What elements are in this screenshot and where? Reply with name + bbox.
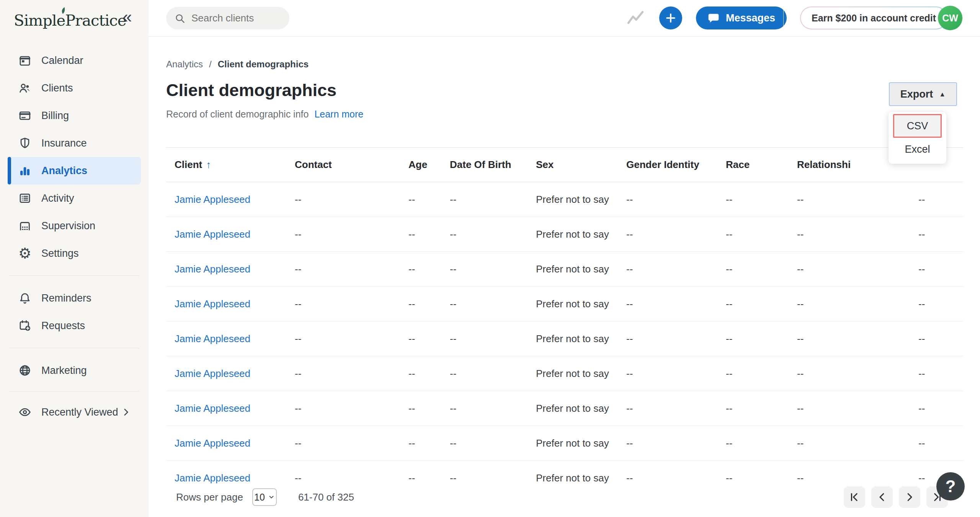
- sidebar-item-settings[interactable]: ⚙ Settings: [8, 240, 141, 267]
- client-cell: Jamie Appleseed: [166, 437, 295, 449]
- column-header-gender-identity[interactable]: Gender Identity: [626, 159, 726, 171]
- gender-identity-cell: --: [626, 298, 726, 310]
- export-menu-item-csv[interactable]: CSV: [893, 114, 942, 138]
- sidebar-item-label: Reminders: [41, 292, 91, 304]
- client-cell: Jamie Appleseed: [166, 194, 295, 205]
- export-label: Export: [900, 88, 933, 100]
- gear-icon: ⚙: [18, 246, 32, 261]
- client-cell: Jamie Appleseed: [166, 368, 295, 380]
- bell-icon: [18, 291, 32, 305]
- sidebar-item-billing[interactable]: Billing: [8, 102, 141, 129]
- client-cell: Jamie Appleseed: [166, 472, 295, 484]
- client-link[interactable]: Jamie Appleseed: [175, 403, 250, 414]
- extra-cell: --: [918, 403, 963, 414]
- age-cell: --: [408, 403, 450, 414]
- previous-page-button[interactable]: [871, 486, 893, 508]
- age-cell: --: [408, 194, 450, 205]
- topbar: Messages Earn $200 in account credit CW: [149, 0, 980, 37]
- create-new-button[interactable]: [659, 7, 682, 29]
- column-header-sex[interactable]: Sex: [536, 159, 626, 171]
- export-menu-item-excel[interactable]: Excel: [889, 138, 946, 161]
- contact-cell: --: [295, 368, 408, 380]
- help-button[interactable]: ?: [936, 472, 965, 501]
- table-row: Jamie Appleseed -- -- -- Prefer not to s…: [166, 252, 963, 287]
- sidebar-item-analytics[interactable]: Analytics: [8, 157, 141, 184]
- calendar-icon: [18, 53, 32, 68]
- client-search[interactable]: [166, 7, 289, 29]
- first-page-icon: [849, 491, 860, 503]
- sidebar: SimplePractice « Calendar Clients Billin…: [0, 0, 149, 517]
- client-cell: Jamie Appleseed: [166, 403, 295, 414]
- sex-cell: Prefer not to say: [536, 472, 626, 484]
- chevron-right-icon: [904, 491, 915, 503]
- age-cell: --: [408, 263, 450, 275]
- sidebar-item-activity[interactable]: Activity: [8, 184, 141, 212]
- sidebar-item-insurance[interactable]: Insurance: [8, 129, 141, 157]
- collapse-sidebar-icon[interactable]: «: [122, 8, 132, 25]
- sidebar-divider: [9, 348, 139, 348]
- race-cell: --: [726, 263, 797, 275]
- earn-credit-label: Earn $200 in account credit: [801, 7, 947, 29]
- search-input[interactable]: [191, 12, 281, 24]
- chevron-right-icon: [121, 407, 131, 417]
- avatar[interactable]: CW: [938, 6, 962, 30]
- sidebar-item-recently-viewed[interactable]: Recently Viewed: [8, 398, 141, 426]
- trend-icon[interactable]: [626, 9, 645, 27]
- column-header-client[interactable]: Client↑: [166, 159, 295, 171]
- race-cell: --: [726, 437, 797, 449]
- column-header-race[interactable]: Race: [726, 159, 797, 171]
- main-content: Analytics / Client demographics Client d…: [149, 37, 980, 517]
- subtitle-text: Record of client demographic info: [166, 109, 309, 119]
- client-link[interactable]: Jamie Appleseed: [175, 263, 250, 275]
- sidebar-item-supervision[interactable]: Supervision: [8, 212, 141, 240]
- contact-cell: --: [295, 263, 408, 275]
- client-link[interactable]: Jamie Appleseed: [175, 333, 250, 344]
- client-link[interactable]: Jamie Appleseed: [175, 368, 250, 379]
- sidebar-item-reminders[interactable]: Reminders: [8, 284, 141, 312]
- supervision-icon: [18, 219, 32, 233]
- client-link[interactable]: Jamie Appleseed: [175, 194, 250, 205]
- shield-icon: [18, 136, 32, 150]
- sidebar-item-label: Recently Viewed: [41, 406, 118, 418]
- messages-button[interactable]: Messages: [696, 7, 787, 29]
- contact-cell: --: [295, 437, 408, 449]
- column-header-age[interactable]: Age: [408, 159, 450, 171]
- gender-identity-cell: --: [626, 437, 726, 449]
- leaf-icon: [57, 5, 67, 15]
- race-cell: --: [726, 298, 797, 310]
- race-cell: --: [726, 368, 797, 380]
- sidebar-item-calendar[interactable]: Calendar: [8, 47, 141, 74]
- client-link[interactable]: Jamie Appleseed: [175, 228, 250, 240]
- sidebar-item-label: Marketing: [41, 365, 87, 377]
- race-cell: --: [726, 403, 797, 414]
- column-header-contact[interactable]: Contact: [295, 159, 408, 171]
- learn-more-link[interactable]: Learn more: [314, 109, 363, 119]
- client-link[interactable]: Jamie Appleseed: [175, 298, 250, 310]
- gender-identity-cell: --: [626, 263, 726, 275]
- first-page-button[interactable]: [844, 486, 865, 508]
- page-size-select[interactable]: 10: [252, 488, 277, 506]
- age-cell: --: [408, 298, 450, 310]
- dob-cell: --: [450, 368, 536, 380]
- breadcrumb-analytics[interactable]: Analytics: [166, 59, 203, 70]
- contact-cell: --: [295, 298, 408, 310]
- table-row: Jamie Appleseed -- -- -- Prefer not to s…: [166, 217, 963, 252]
- relationship-cell: --: [797, 298, 918, 310]
- client-link[interactable]: Jamie Appleseed: [175, 437, 250, 449]
- client-cell: Jamie Appleseed: [166, 333, 295, 345]
- next-page-button[interactable]: [899, 486, 920, 508]
- export-menu: CSV Excel: [889, 112, 946, 164]
- earn-credit-button[interactable]: Earn $200 in account credit: [800, 7, 947, 29]
- sidebar-item-label: Billing: [41, 110, 69, 122]
- column-header-dob[interactable]: Date Of Birth: [450, 159, 536, 171]
- sidebar-item-clients[interactable]: Clients: [8, 74, 141, 102]
- gender-identity-cell: --: [626, 194, 726, 205]
- sidebar-item-requests[interactable]: Requests: [8, 312, 141, 339]
- client-link[interactable]: Jamie Appleseed: [175, 472, 250, 484]
- sidebar-item-marketing[interactable]: Marketing: [8, 357, 141, 384]
- age-cell: --: [408, 228, 450, 240]
- export-button[interactable]: Export ▲: [889, 82, 957, 106]
- rows-per-page-label: Rows per page: [176, 491, 243, 503]
- sidebar-item-label: Supervision: [41, 220, 95, 232]
- table-row: Jamie Appleseed -- -- -- Prefer not to s…: [166, 391, 963, 426]
